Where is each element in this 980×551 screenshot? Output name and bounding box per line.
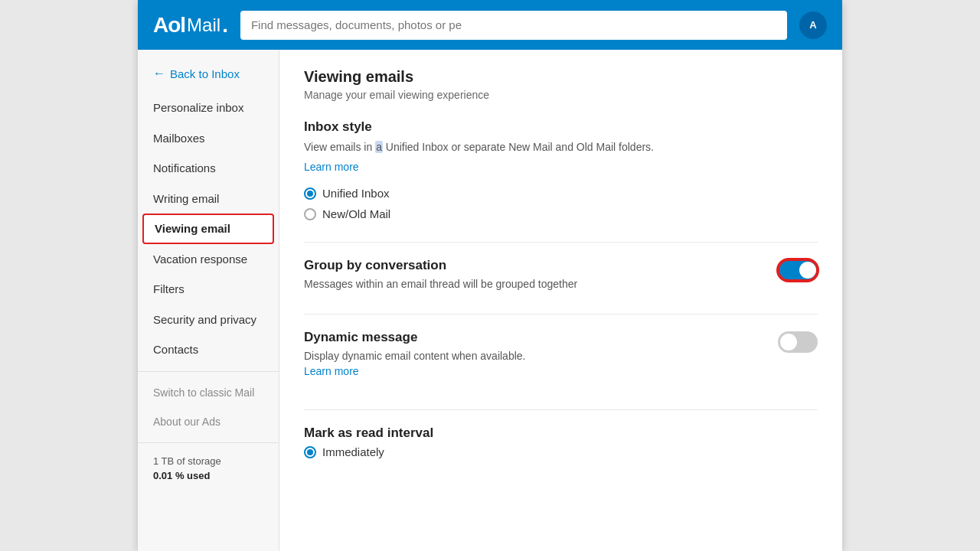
sidebar-item-personalize-inbox[interactable]: Personalize inbox — [138, 93, 279, 123]
sidebar-divider — [138, 371, 279, 372]
radio-new-old-mail[interactable]: New/Old Mail — [304, 207, 818, 220]
sidebar-item-about-ads[interactable]: About our Ads — [138, 407, 279, 436]
inbox-style-radio-group: Unified Inbox New/Old Mail — [304, 187, 818, 220]
dynamic-toggle-knob — [780, 334, 797, 350]
radio-immediately-circle — [304, 446, 316, 458]
radio-new-old-label: New/Old Mail — [322, 207, 390, 220]
app-container: Aol Mail . A ← Back to Inbox Personalize… — [138, 0, 842, 551]
sidebar-item-contacts[interactable]: Contacts — [138, 334, 279, 365]
avatar: A — [799, 11, 827, 39]
mark-as-read-title: Mark as read interval — [304, 425, 818, 441]
storage-used: 0.01 % used — [153, 468, 263, 484]
body: ← Back to Inbox Personalize inbox Mailbo… — [138, 50, 842, 551]
back-to-inbox-label: Back to Inbox — [170, 67, 240, 80]
search-input[interactable] — [240, 11, 787, 40]
dynamic-message-row: Dynamic message Display dynamic email co… — [304, 330, 818, 388]
sidebar-item-notifications[interactable]: Notifications — [138, 153, 279, 184]
inbox-style-section: Inbox style View emails in a Unified Inb… — [304, 119, 818, 220]
dynamic-message-toggle[interactable] — [778, 331, 818, 353]
sidebar-item-switch-classic[interactable]: Switch to classic Mail — [138, 378, 279, 407]
logo-dot: . — [222, 13, 228, 37]
sidebar-item-writing-email[interactable]: Writing email — [138, 184, 279, 214]
inbox-style-learn-more[interactable]: Learn more — [304, 161, 359, 173]
sidebar-item-vacation-response[interactable]: Vacation response — [138, 244, 279, 275]
divider-3 — [304, 409, 818, 410]
logo-aol-text: Aol — [153, 13, 185, 37]
inbox-desc-highlight: a — [375, 141, 383, 153]
inbox-style-title: Inbox style — [304, 119, 818, 135]
back-arrow-icon: ← — [153, 67, 165, 80]
logo: Aol Mail . — [153, 13, 228, 37]
group-conversation-row: Group by conversation Messages within an… — [304, 258, 818, 292]
inbox-desc-part1: View emails in — [304, 141, 375, 153]
sidebar-item-viewing-email[interactable]: Viewing email — [142, 214, 274, 244]
group-conversation-section: Group by conversation Messages within an… — [304, 258, 818, 292]
inbox-style-desc: View emails in a Unified Inbox or separa… — [304, 139, 818, 155]
mark-as-read-radio-group: Immediately — [304, 445, 818, 458]
dynamic-message-section: Dynamic message Display dynamic email co… — [304, 330, 818, 388]
sidebar: ← Back to Inbox Personalize inbox Mailbo… — [138, 50, 279, 551]
page-header: Viewing emails Manage your email viewing… — [304, 68, 818, 101]
sidebar-item-security-privacy[interactable]: Security and privacy — [138, 305, 279, 335]
group-conversation-desc: Messages within an email thread will be … — [304, 276, 766, 292]
sidebar-item-mailboxes[interactable]: Mailboxes — [138, 123, 279, 154]
group-conversation-toggle[interactable] — [778, 259, 818, 281]
dynamic-message-desc: Display dynamic email content when avail… — [304, 348, 766, 364]
sidebar-item-filters[interactable]: Filters — [138, 274, 279, 305]
radio-unified-label: Unified Inbox — [322, 187, 390, 200]
page-desc: Manage your email viewing experience — [304, 89, 818, 101]
radio-new-old-circle — [304, 208, 316, 220]
page-title: Viewing emails — [304, 68, 818, 86]
dynamic-message-info: Dynamic message Display dynamic email co… — [304, 330, 766, 388]
divider-1 — [304, 242, 818, 243]
dynamic-message-learn-more[interactable]: Learn more — [304, 365, 359, 377]
storage-label: 1 TB of storage — [153, 454, 263, 469]
radio-unified-inbox[interactable]: Unified Inbox — [304, 187, 818, 200]
storage-box: 1 TB of storage 0.01 % used — [138, 442, 279, 494]
mark-as-read-section: Mark as read interval Immediately — [304, 425, 818, 458]
group-conversation-title: Group by conversation — [304, 258, 766, 273]
radio-immediately[interactable]: Immediately — [304, 445, 818, 458]
logo-mail-text: Mail — [187, 15, 220, 36]
radio-immediately-label: Immediately — [322, 445, 384, 458]
back-to-inbox-link[interactable]: ← Back to Inbox — [138, 59, 279, 93]
radio-unified-circle — [304, 187, 316, 200]
dynamic-message-title: Dynamic message — [304, 330, 766, 345]
header: Aol Mail . A — [138, 0, 842, 50]
inbox-desc-part2: Unified Inbox or separate New Mail and O… — [383, 141, 654, 153]
toggle-knob — [799, 262, 816, 279]
main-content: Viewing emails Manage your email viewing… — [279, 50, 842, 551]
group-conversation-info: Group by conversation Messages within an… — [304, 258, 766, 292]
divider-2 — [304, 314, 818, 315]
